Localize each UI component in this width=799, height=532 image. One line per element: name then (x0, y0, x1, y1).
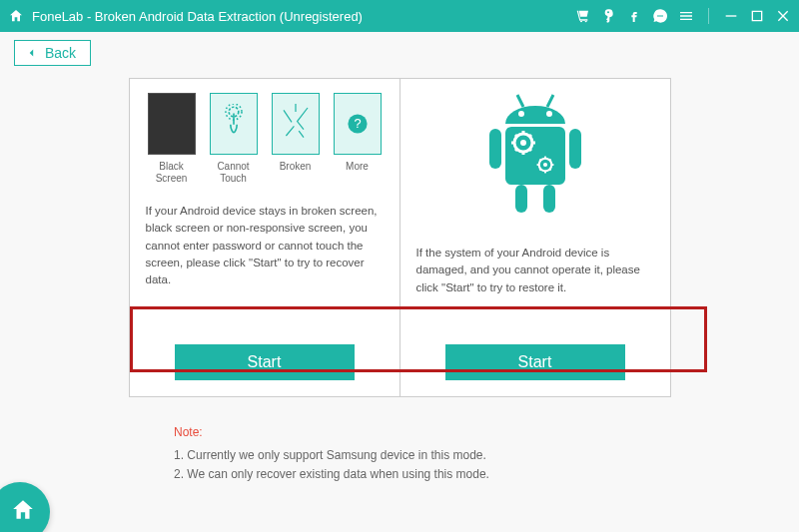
back-button[interactable]: Back (14, 40, 91, 66)
svg-line-30 (549, 169, 550, 170)
titlebar: FoneLab - Broken Android Data Extraction… (0, 0, 799, 32)
window-title: FoneLab - Broken Android Data Extraction… (32, 9, 363, 24)
home-icon[interactable] (8, 8, 24, 24)
svg-rect-12 (543, 185, 555, 213)
facebook-icon[interactable] (626, 8, 642, 24)
svg-line-29 (539, 159, 540, 160)
recover-description: If your Android device stays in broken s… (146, 203, 384, 288)
note-title: Note: (174, 423, 785, 442)
tile-label: More (346, 161, 369, 173)
tile-label: Broken (280, 161, 312, 173)
black-screen-icon (148, 93, 196, 155)
back-label: Back (45, 45, 76, 61)
svg-point-24 (542, 163, 546, 167)
svg-point-6 (518, 111, 524, 117)
minimize-icon[interactable] (723, 8, 739, 24)
svg-line-22 (529, 135, 531, 137)
start-restore-button[interactable]: Start (445, 344, 625, 380)
svg-line-31 (539, 169, 540, 170)
divider (708, 8, 709, 24)
svg-line-21 (515, 149, 517, 151)
tile-black-screen: Black Screen (146, 93, 198, 185)
close-icon[interactable] (775, 8, 791, 24)
svg-rect-8 (505, 127, 565, 185)
feedback-icon[interactable] (652, 8, 668, 24)
question-icon: ? (334, 93, 382, 155)
content: Back Black Screen Cannot Touch (0, 32, 799, 485)
svg-rect-10 (569, 129, 581, 169)
broken-icon (272, 93, 320, 155)
svg-line-5 (547, 95, 553, 107)
svg-point-14 (520, 140, 526, 146)
home-fab-button[interactable] (0, 482, 50, 532)
start-recover-button[interactable]: Start (175, 344, 355, 380)
svg-line-19 (515, 135, 517, 137)
restore-panel: If the system of your Android device is … (400, 78, 671, 397)
cart-icon[interactable] (574, 8, 590, 24)
svg-line-32 (549, 159, 550, 160)
svg-rect-9 (489, 129, 501, 169)
svg-rect-11 (515, 185, 527, 213)
touch-icon (210, 93, 258, 155)
tile-more: ? More (332, 93, 384, 185)
svg-line-4 (517, 95, 523, 107)
maximize-icon[interactable] (749, 8, 765, 24)
arrow-left-icon (25, 46, 39, 60)
tile-label: Black Screen (146, 161, 198, 185)
key-icon[interactable] (600, 8, 616, 24)
tile-cannot-touch: Cannot Touch (208, 93, 260, 185)
tile-broken: Broken (270, 93, 322, 185)
svg-point-7 (546, 111, 552, 117)
note-line: 2. We can only recover existing data whe… (174, 465, 785, 484)
svg-text:?: ? (354, 116, 361, 131)
recover-panel: Black Screen Cannot Touch Broken (129, 78, 400, 397)
android-gear-icon (475, 89, 595, 219)
svg-line-20 (529, 149, 531, 151)
note-line: 1. Currently we only support Samsung dev… (174, 446, 785, 465)
note-block: Note: 1. Currently we only support Samsu… (174, 423, 785, 485)
restore-description: If the system of your Android device is … (416, 245, 654, 296)
menu-icon[interactable] (678, 8, 694, 24)
tile-label: Cannot Touch (208, 161, 260, 185)
